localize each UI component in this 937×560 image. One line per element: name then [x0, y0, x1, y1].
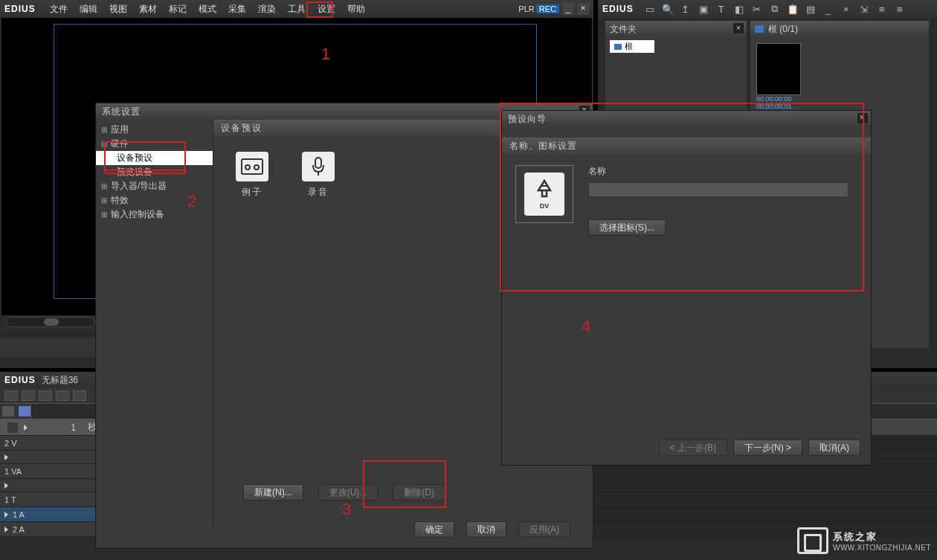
expand-icon[interactable]: ⇲	[858, 3, 870, 15]
clip-panel-title: 根 (0/1)	[768, 23, 798, 36]
color-icon[interactable]: ◧	[733, 3, 745, 15]
tl-btn-5[interactable]	[73, 390, 86, 401]
sel-box-icon[interactable]	[7, 422, 18, 433]
watermark-line2: WWW.XITONGZHIJIA.NET	[833, 544, 931, 552]
close-button[interactable]: ×	[577, 3, 589, 15]
next-button[interactable]: 下一步(N) >	[733, 440, 802, 456]
new-bin-icon[interactable]: ▣	[698, 3, 709, 15]
menu-view[interactable]: 视图	[104, 1, 132, 17]
clip-thumbnail[interactable]: 00:00:00;00 00:00:00;01	[756, 43, 801, 110]
copy-icon[interactable]: ⧉	[769, 3, 781, 15]
tree-io[interactable]: ⊞导入器/导出器	[96, 179, 213, 193]
menu-render[interactable]: 渲染	[253, 1, 281, 17]
tl-btn-4[interactable]	[56, 390, 69, 401]
timecode-in: 00:00:00;00	[756, 95, 801, 103]
menu-settings[interactable]: 设置	[312, 1, 341, 17]
timecode-out: 00:00:00;01	[756, 103, 801, 110]
preset-record[interactable]: 录音	[302, 152, 335, 199]
app-logo-tl: EDIUS	[4, 375, 36, 385]
menubar: EDIUS 文件 编辑 视图 素材 标记 模式 采集 渲染 工具 设置 帮助 P…	[0, 0, 593, 18]
fill-box[interactable]	[19, 406, 30, 416]
tri-icon[interactable]	[24, 425, 28, 431]
svg-point-1	[245, 165, 250, 170]
menu-edit[interactable]: 编辑	[74, 1, 103, 17]
preset-label: 例子	[236, 186, 268, 199]
delete-button[interactable]: 删除(D)	[393, 484, 445, 501]
cancel-button[interactable]: 取消(A)	[808, 440, 860, 456]
sec-value: 1	[71, 422, 76, 433]
tree-fx[interactable]: ⊞特效	[96, 193, 213, 207]
preview-scrollbar[interactable]	[6, 317, 95, 327]
wizard-titlebar[interactable]: 预设向导 ×	[502, 111, 871, 127]
menu-help[interactable]: 帮助	[342, 1, 370, 17]
new-button[interactable]: 新建(N)...	[243, 484, 303, 501]
paste-icon[interactable]: 📋	[787, 3, 799, 15]
bin-item-label: 根	[625, 41, 633, 52]
clip-header: 根 (0/1)	[750, 21, 929, 37]
ok-button[interactable]: 确定	[414, 521, 454, 538]
select-icon-button[interactable]: 选择图标(S)...	[588, 219, 666, 236]
tri-icon	[4, 512, 8, 518]
menu-clip[interactable]: 素材	[134, 1, 162, 17]
folder-icon[interactable]: ▭	[644, 3, 656, 15]
up-icon[interactable]: ↥	[680, 3, 692, 15]
name-input[interactable]	[588, 182, 849, 197]
name-label: 名称	[588, 165, 857, 178]
app-logo: EDIUS	[4, 4, 36, 14]
cut-icon[interactable]: ✂	[751, 3, 763, 15]
source-toolbar: EDIUS ▭ 🔍 ↥ ▣ T ◧ ✂ ⧉ 📋 ▤ _ × ⇲ ≡ ≡	[598, 0, 937, 18]
more2-icon[interactable]: ≡	[894, 3, 906, 15]
vu-box[interactable]	[2, 406, 14, 416]
svg-rect-3	[315, 158, 321, 168]
watermark-line1: 系统之家	[833, 530, 931, 544]
preset-wizard-dialog: 预设向导 × 名称、图标设置 DV 名称 选择图标(S)... < 上一步(B)…	[501, 110, 872, 466]
microphone-icon	[302, 152, 335, 181]
text-icon[interactable]: T	[715, 3, 727, 15]
change-button[interactable]: 更改(U)...	[318, 484, 379, 501]
bin-title: 文件夹	[610, 23, 637, 36]
min-icon[interactable]: _	[822, 3, 834, 15]
tree-input-ctrl[interactable]: ⊞输入控制设备	[96, 207, 213, 222]
close-icon[interactable]: ×	[840, 3, 852, 15]
tl-btn-3[interactable]	[39, 390, 52, 401]
cancel-button[interactable]: 取消	[466, 521, 506, 538]
preset-example[interactable]: 例子	[236, 152, 268, 199]
cassette-icon	[236, 152, 268, 181]
tree-app[interactable]: ⊞应用	[96, 123, 213, 137]
bin-root-item[interactable]: 根	[610, 40, 654, 53]
display-icon[interactable]: ▤	[805, 3, 817, 15]
bin-header: 文件夹 ×	[605, 21, 747, 37]
watermark: 系统之家 WWW.XITONGZHIJIA.NET	[797, 527, 931, 554]
icon-sub-label: DV	[540, 202, 550, 210]
menu-tools[interactable]: 工具	[283, 1, 311, 17]
menu-mode[interactable]: 模式	[193, 1, 222, 17]
close-icon[interactable]: ×	[857, 113, 868, 123]
menu-capture[interactable]: 采集	[223, 1, 251, 17]
tree-preview-device[interactable]: 预览设备	[96, 165, 213, 179]
preset-label: 录音	[302, 186, 335, 199]
apply-button[interactable]: 应用(A)	[518, 521, 570, 538]
svg-point-2	[254, 165, 259, 170]
plr-rec-indicator: PLRREC	[518, 4, 559, 13]
minimize-button[interactable]: _	[562, 3, 574, 15]
more1-icon[interactable]: ≡	[876, 3, 888, 15]
tree-device-preset[interactable]: 设备预设	[96, 151, 213, 165]
settings-tree: ⊞应用 ⊟硬件 设备预设 预览设备 ⊞导入器/导出器 ⊞特效 ⊞输入控制设备	[96, 120, 213, 526]
wizard-section-title: 名称、图标设置	[502, 138, 871, 155]
tl-btn-2[interactable]	[22, 390, 35, 401]
tri-icon	[4, 483, 8, 489]
folder-icon	[614, 44, 622, 50]
bin-close-icon[interactable]: ×	[733, 23, 744, 33]
tri-icon	[4, 527, 8, 532]
tree-hardware[interactable]: ⊟硬件	[96, 137, 213, 151]
menu-marker[interactable]: 标记	[164, 1, 192, 17]
search-icon[interactable]: 🔍	[662, 3, 674, 15]
folder-icon	[755, 25, 764, 33]
prev-button: < 上一步(B)	[659, 440, 727, 456]
tl-btn-1[interactable]	[4, 390, 18, 401]
wizard-icon-preview: DV	[515, 165, 573, 223]
dialog-title: 系统设置	[102, 106, 141, 118]
timeline-title: 无标题36	[42, 374, 78, 387]
dv-icon: DV	[524, 173, 564, 216]
menu-file[interactable]: 文件	[45, 1, 73, 17]
